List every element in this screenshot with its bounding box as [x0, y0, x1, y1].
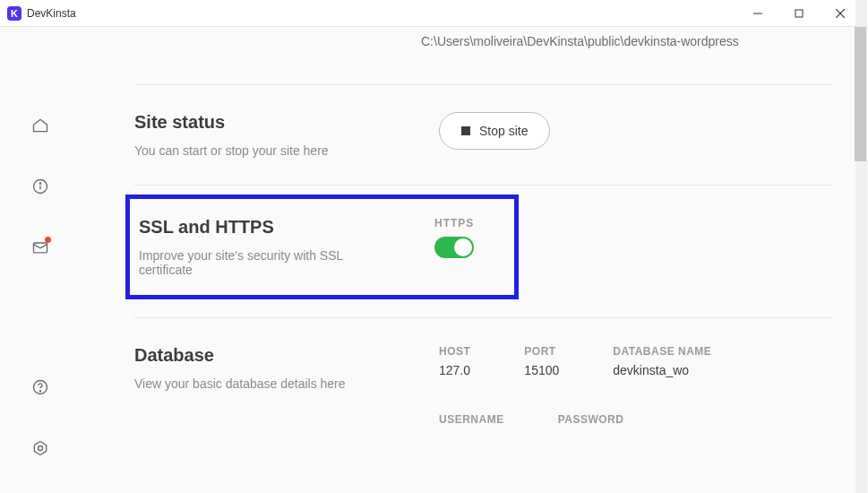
stop-icon — [461, 126, 470, 135]
db-port-label: PORT — [524, 345, 559, 358]
app-title: DevKinsta — [27, 7, 76, 20]
svg-rect-1 — [795, 10, 803, 17]
settings-icon[interactable] — [31, 439, 49, 457]
db-name-value: devkinsta_wo — [613, 363, 711, 377]
svg-point-9 — [39, 391, 40, 392]
db-host-value: 127.0 — [439, 363, 470, 377]
svg-marker-10 — [34, 442, 46, 455]
sidebar — [0, 27, 81, 493]
site-status-title: Site status — [134, 112, 403, 133]
titlebar: K DevKinsta — [0, 0, 868, 27]
database-title: Database — [134, 345, 403, 366]
scrollbar-track[interactable] — [855, 0, 867, 493]
https-toggle[interactable] — [434, 237, 474, 258]
db-host-label: HOST — [439, 345, 470, 358]
mail-icon[interactable] — [31, 238, 49, 256]
https-label: HTTPS — [434, 217, 474, 229]
database-desc: View your basic database details here — [134, 376, 403, 391]
toggle-knob — [454, 238, 472, 256]
site-path: C:\Users\moliveira\DevKinsta\public\devk… — [99, 27, 832, 84]
app-icon: K — [7, 6, 21, 21]
db-user-label: USERNAME — [439, 413, 504, 426]
site-status-section: Site status You can start or stop your s… — [134, 84, 832, 185]
database-section: Database View your basic database detail… — [134, 317, 832, 453]
scrollbar-thumb[interactable] — [855, 27, 866, 161]
help-icon[interactable] — [31, 378, 49, 396]
home-icon[interactable] — [31, 117, 49, 134]
info-icon[interactable] — [31, 177, 49, 195]
site-status-desc: You can start or stop your site here — [134, 143, 403, 158]
ssl-desc: Improve your site's security with SSL ce… — [139, 248, 399, 277]
db-name-label: DATABASE NAME — [613, 345, 711, 358]
svg-point-11 — [39, 446, 43, 451]
db-port-value: 15100 — [524, 363, 559, 377]
maximize-button[interactable] — [778, 0, 820, 27]
stop-site-label: Stop site — [479, 124, 528, 138]
content-area: C:\Users\moliveira\DevKinsta\public\devk… — [81, 27, 868, 493]
svg-point-6 — [39, 183, 40, 184]
ssl-title: SSL and HTTPS — [139, 217, 399, 238]
ssl-highlight: SSL and HTTPS Improve your site's securi… — [125, 195, 519, 299]
notification-dot — [45, 237, 51, 243]
minimize-button[interactable] — [737, 0, 778, 27]
stop-site-button[interactable]: Stop site — [439, 112, 550, 150]
db-pass-label: PASSWORD — [558, 413, 624, 426]
